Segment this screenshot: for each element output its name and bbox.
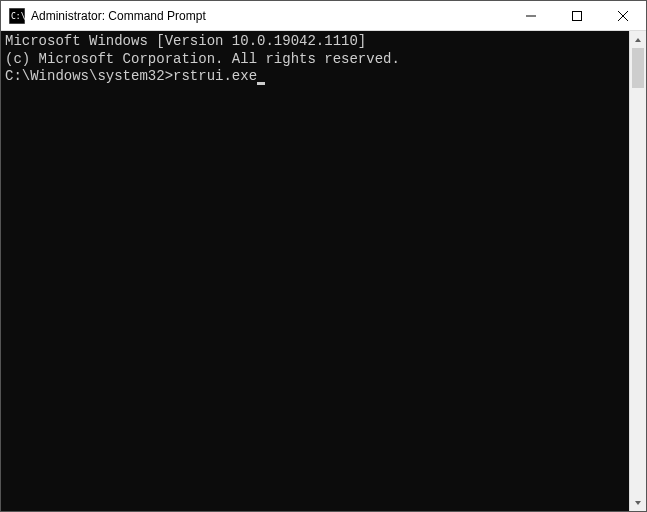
svg-rect-3 xyxy=(573,12,582,21)
command-input[interactable]: rstrui.exe xyxy=(173,68,257,84)
prompt-line: C:\Windows\system32>rstrui.exe xyxy=(5,68,625,86)
content-area: Microsoft Windows [Version 10.0.19042.11… xyxy=(1,31,646,511)
scroll-up-arrow[interactable] xyxy=(630,31,646,48)
window-controls xyxy=(508,1,646,30)
scroll-down-arrow[interactable] xyxy=(630,494,646,511)
cursor xyxy=(257,82,265,85)
terminal-output[interactable]: Microsoft Windows [Version 10.0.19042.11… xyxy=(1,31,629,511)
svg-marker-6 xyxy=(635,38,641,42)
version-line: Microsoft Windows [Version 10.0.19042.11… xyxy=(5,33,625,51)
command-prompt-window: C:\ Administrator: Command Prompt Micros… xyxy=(0,0,647,512)
minimize-button[interactable] xyxy=(508,1,554,31)
vertical-scrollbar[interactable] xyxy=(629,31,646,511)
scroll-thumb[interactable] xyxy=(632,48,644,88)
maximize-button[interactable] xyxy=(554,1,600,31)
titlebar[interactable]: C:\ Administrator: Command Prompt xyxy=(1,1,646,31)
window-title: Administrator: Command Prompt xyxy=(31,9,508,23)
svg-marker-7 xyxy=(635,501,641,505)
close-button[interactable] xyxy=(600,1,646,31)
copyright-line: (c) Microsoft Corporation. All rights re… xyxy=(5,51,625,69)
scroll-track[interactable] xyxy=(630,48,646,494)
svg-text:C:\: C:\ xyxy=(11,12,25,21)
cmd-icon: C:\ xyxy=(9,8,25,24)
prompt-path: C:\Windows\system32> xyxy=(5,68,173,84)
